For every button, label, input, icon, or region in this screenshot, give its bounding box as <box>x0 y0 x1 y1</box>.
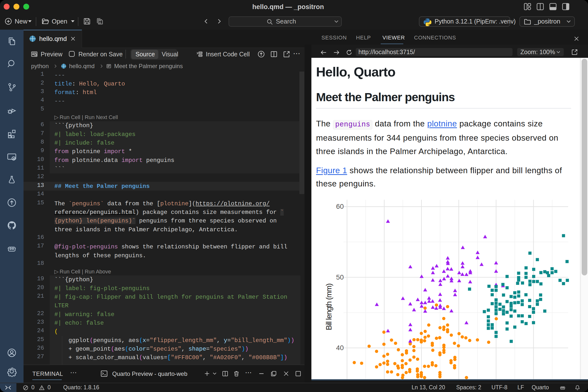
svg-text:60: 60 <box>336 202 344 210</box>
svg-text:50: 50 <box>336 274 344 281</box>
svg-text:40: 40 <box>336 344 344 352</box>
svg-text:Bill length (mm): Bill length (mm) <box>324 284 333 330</box>
